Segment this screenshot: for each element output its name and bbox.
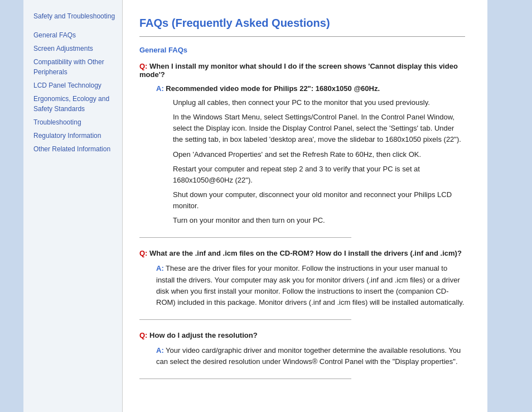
a1-highlighted: A: Recommended video mode for Philips 22… — [156, 84, 465, 93]
a1-body-2: In the Windows Start Menu, select Settin… — [156, 112, 465, 145]
qa-block-2: Q: What are the .inf and .icm files on t… — [139, 249, 465, 308]
qa-divider-3 — [139, 379, 351, 379]
a1-body-5: Shut down your computer, disconnect your… — [156, 189, 465, 212]
left-strip — [0, 0, 23, 412]
answer-block-1: A: Recommended video mode for Philips 22… — [139, 84, 465, 226]
sidebar: Safety and Troubleshooting General FAQs … — [23, 0, 123, 412]
main-content: FAQs (Frequently Asked Questions) Genera… — [123, 0, 487, 412]
qa-divider-1 — [139, 237, 351, 238]
answer-block-3: A: Your video card/graphic driver and mo… — [139, 345, 465, 367]
a3-label: A: — [156, 346, 164, 354]
qa-block-1: Q: When I install my monitor what should… — [139, 62, 465, 226]
right-strip — [487, 0, 532, 412]
a1-label: A: — [156, 84, 164, 93]
answer-block-2: A: These are the driver files for your m… — [139, 263, 465, 308]
q3-text: How do I adjust the resolution? — [149, 331, 258, 339]
question-3: Q: How do I adjust the resolution? — [139, 331, 465, 339]
a1-body-6: Turn on your monitor and then turn on yo… — [156, 215, 465, 226]
a1-body-3: Open 'Advanced Properties' and set the R… — [156, 149, 465, 160]
a1-body-4: Restart your computer and repeat step 2 … — [156, 164, 465, 186]
sidebar-item-compatibility[interactable]: Compatibility with Other Peripherals — [33, 57, 117, 77]
a1-highlighted-text: Recommended video mode for Philips 22": … — [166, 84, 380, 93]
qa-block-3: Q: How do I adjust the resolution? A: Yo… — [139, 331, 465, 367]
question-1: Q: When I install my monitor what should… — [139, 62, 465, 79]
question-2: Q: What are the .inf and .icm files on t… — [139, 249, 465, 257]
q2-label: Q: — [139, 249, 147, 257]
q1-label: Q: — [139, 62, 147, 70]
sidebar-item-regulatory[interactable]: Regulatory Information — [33, 131, 117, 141]
a1-body-1: Unplug all cables, then connect your PC … — [156, 97, 465, 108]
sidebar-item-ergonomics[interactable]: Ergonomics, Ecology and Safety Standards — [33, 94, 117, 114]
sidebar-item-general-faqs[interactable]: General FAQs — [33, 30, 117, 40]
q1-text: When I install my monitor what should I … — [139, 62, 458, 79]
a2-label: A: — [156, 264, 164, 272]
title-divider — [139, 36, 465, 37]
sidebar-item-screen-adjustments[interactable]: Screen Adjustments — [33, 44, 117, 54]
sidebar-item-other[interactable]: Other Related Information — [33, 144, 117, 154]
qa-divider-2 — [139, 319, 351, 320]
a2-text: These are the driver files for your moni… — [156, 264, 464, 306]
sidebar-item-troubleshooting[interactable]: Troubleshooting — [33, 117, 117, 127]
sidebar-item-safety[interactable]: Safety and Troubleshooting — [33, 11, 117, 21]
q3-label: Q: — [139, 331, 147, 339]
sidebar-item-lcd-panel[interactable]: LCD Panel Technology — [33, 80, 117, 90]
page-title: FAQs (Frequently Asked Questions) — [139, 17, 465, 30]
section-heading: General FAQs — [139, 46, 465, 54]
a3-text: Your video card/graphic driver and monit… — [156, 346, 461, 366]
q2-text: What are the .inf and .icm files on the … — [149, 249, 462, 257]
